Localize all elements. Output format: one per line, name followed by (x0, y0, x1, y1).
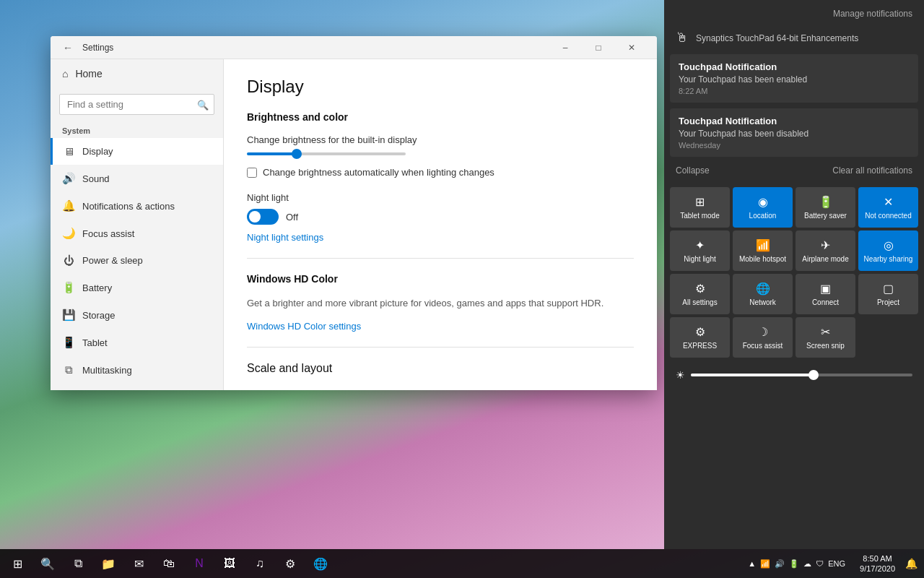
notif-time-1: 8:22 AM (679, 87, 910, 95)
store-taskbar[interactable]: 🛍 (154, 549, 183, 578)
qa-connect[interactable]: ▣ Connect (796, 274, 855, 314)
notification-card-2[interactable]: Touchpad Notification Your Touchpad has … (670, 108, 918, 157)
window-titlebar: ← Settings – □ ✕ (51, 36, 657, 59)
sidebar-item-focus-assist[interactable]: 🌙 Focus assist (51, 220, 223, 247)
qa-network[interactable]: 🌐 Network (733, 274, 793, 314)
storage-icon: 💾 (62, 309, 75, 322)
qa-tablet-mode[interactable]: ⊞ Tablet mode (670, 187, 730, 228)
home-icon: ⌂ (62, 68, 68, 79)
settings-taskbar[interactable]: ⚙ (276, 549, 305, 578)
maximize-button[interactable]: □ (582, 36, 615, 59)
display-icon: 🖥 (62, 145, 75, 158)
minimize-button[interactable]: – (549, 36, 582, 59)
sidebar-item-notifications[interactable]: 🔔 Notifications & actions (51, 192, 223, 220)
power-icon: ⏻ (62, 254, 75, 267)
taskbar-clock[interactable]: 8:50 AM 9/17/2020 (854, 553, 901, 574)
back-button[interactable]: ← (59, 39, 77, 56)
photos-taskbar[interactable]: 🖼 (215, 549, 244, 578)
battery-saver-icon: 🔋 (819, 195, 833, 209)
battery-status-icon[interactable]: 🔋 (789, 559, 799, 569)
qa-express-label: EXPRESS (683, 342, 717, 350)
notif-title-1: Touchpad Notification (679, 61, 910, 72)
search-input[interactable] (59, 94, 214, 115)
onedrive-icon[interactable]: ☁ (803, 559, 811, 569)
ime-icon[interactable]: ENG (828, 559, 845, 568)
night-light-toggle[interactable] (247, 209, 279, 225)
qa-night-light-label: Night light (684, 255, 715, 264)
qa-network-label: Network (749, 298, 776, 307)
location-icon: ◉ (758, 195, 768, 209)
qa-night-light[interactable]: ✦ Night light (670, 230, 730, 271)
sidebar-item-sound[interactable]: 🔊 Sound (51, 165, 223, 192)
connect-icon: ▣ (820, 282, 831, 296)
synaptics-app-icon: 🖱 (676, 30, 689, 46)
settings-body: ⌂ Home 🔍 System 🖥 Display 🔊 Sound � (51, 59, 657, 390)
browser-taskbar[interactable]: 🌐 (306, 549, 335, 578)
quick-actions-grid: ⊞ Tablet mode ◉ Location 🔋 Battery saver… (664, 181, 924, 363)
focus-assist-icon: 🌙 (62, 227, 75, 240)
hd-color-desc: Get a brighter and more vibrant picture … (247, 296, 634, 311)
collapse-button[interactable]: Collapse (676, 165, 710, 176)
mail-taskbar[interactable]: ✉ (124, 549, 153, 578)
sidebar-item-display[interactable]: 🖥 Display (51, 138, 223, 165)
show-desktop-button[interactable]: ▲ (748, 559, 756, 568)
sidebar-item-multitasking-label: Multitasking (82, 365, 132, 376)
sidebar-item-multitasking[interactable]: ⧉ Multitasking (51, 356, 223, 384)
notification-bell-icon[interactable]: 🔔 (905, 558, 918, 569)
night-light-settings-link[interactable]: Night light settings (247, 232, 323, 243)
qa-screen-snip[interactable]: ✂ Screen snip (796, 317, 855, 358)
close-button[interactable]: ✕ (615, 36, 648, 59)
notification-card-1[interactable]: Touchpad Notification Your Touchpad has … (670, 54, 918, 103)
defender-icon[interactable]: 🛡 (816, 559, 824, 568)
sidebar-home-item[interactable]: ⌂ Home (51, 59, 223, 88)
qa-all-settings[interactable]: ⚙ All settings (670, 274, 730, 314)
taskbar-right: ▲ 📶 🔊 🔋 ☁ 🛡 ENG 8:50 AM 9/17/2020 🔔 (742, 549, 924, 578)
manage-notifications-link[interactable]: Manage notifications (833, 9, 912, 19)
tablet-mode-icon: ⊞ (695, 195, 705, 209)
sidebar-item-tablet[interactable]: 📱 Tablet (51, 329, 223, 356)
search-button[interactable]: 🔍 (33, 549, 62, 578)
file-explorer-taskbar[interactable]: 📁 (94, 549, 123, 578)
sidebar-item-power[interactable]: ⏻ Power & sleep (51, 247, 223, 274)
sidebar-item-battery[interactable]: 🔋 Battery (51, 274, 223, 301)
sidebar-item-storage-label: Storage (82, 310, 116, 321)
brightness-thumb[interactable] (292, 149, 302, 159)
notif-body-2: Your Touchpad has been disabled (679, 129, 910, 139)
qa-nearby-sharing[interactable]: ◎ Nearby sharing (858, 230, 918, 271)
qa-mobile-hotspot[interactable]: 📶 Mobile hotspot (733, 230, 793, 271)
volume-icon[interactable]: 🔊 (775, 559, 785, 569)
onenote-taskbar[interactable]: N (185, 549, 214, 578)
brightness-fill (691, 374, 813, 376)
network-status-icon[interactable]: 📶 (760, 559, 770, 569)
project-icon: ▢ (883, 282, 894, 296)
qa-not-connected[interactable]: ✕ Not connected (858, 187, 918, 228)
qa-focus-assist[interactable]: ☽ Focus assist (733, 317, 793, 358)
brightness-slider-container[interactable] (247, 152, 634, 155)
auto-brightness-checkbox[interactable] (247, 168, 257, 178)
battery-icon: 🔋 (62, 281, 75, 294)
task-view-button[interactable]: ⧉ (64, 549, 92, 578)
qa-screen-snip-label: Screen snip (806, 342, 845, 350)
qa-location[interactable]: ◉ Location (733, 187, 793, 228)
qa-all-settings-label: All settings (682, 298, 717, 307)
brightness-bottom-thumb[interactable] (808, 370, 819, 380)
nearby-sharing-icon: ◎ (884, 238, 894, 252)
qa-battery-saver[interactable]: 🔋 Battery saver (796, 187, 855, 228)
clock-time: 8:50 AM (860, 553, 895, 564)
qa-project[interactable]: ▢ Project (858, 274, 918, 314)
brightness-bottom-slider[interactable] (691, 374, 912, 376)
notif-title-2: Touchpad Notification (679, 116, 910, 126)
qa-airplane-mode[interactable]: ✈ Airplane mode (796, 230, 855, 271)
brightness-slider[interactable] (247, 152, 406, 155)
qa-express[interactable]: ⚙ EXPRESS (670, 317, 730, 358)
focus-assist-qa-icon: ☽ (758, 325, 768, 339)
sidebar-item-storage[interactable]: 💾 Storage (51, 301, 223, 329)
qa-battery-saver-label: Battery saver (804, 212, 847, 220)
brightness-low-icon: ☀ (676, 369, 685, 381)
hd-color-settings-link[interactable]: Windows HD Color settings (247, 321, 361, 332)
notification-app-name: Synaptics TouchPad 64-bit Enhancements (696, 33, 858, 43)
media-taskbar[interactable]: ♫ (245, 549, 274, 578)
clear-all-button[interactable]: Clear all notifications (832, 165, 912, 176)
settings-window: ← Settings – □ ✕ ⌂ Home 🔍 Syste (51, 36, 657, 390)
start-button[interactable]: ⊞ (3, 549, 32, 578)
